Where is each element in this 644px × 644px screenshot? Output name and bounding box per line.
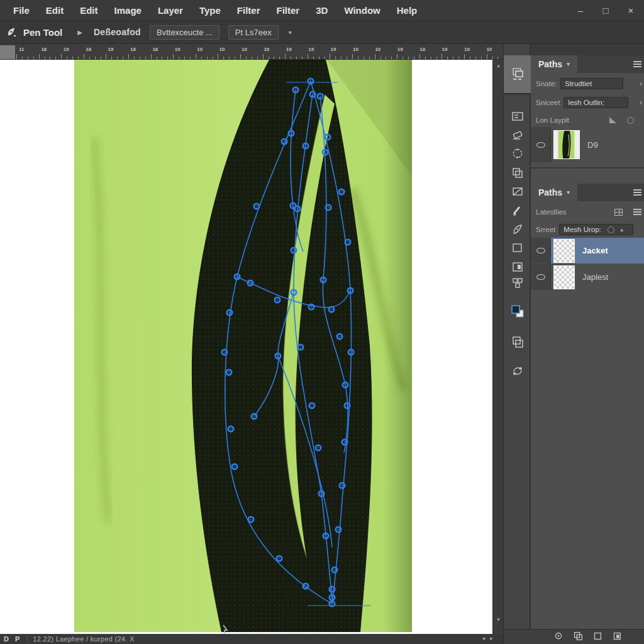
flyout-arrow-icon[interactable]: ▶ — [77, 29, 82, 36]
move-copy-tool[interactable] — [504, 55, 531, 94]
color-swatches[interactable] — [504, 296, 531, 327]
paths2-mesh-row: Srreet Mesh Urop: ▲ — [531, 221, 644, 238]
panel-menu-icon[interactable] — [633, 61, 641, 67]
menu-item-edit-1[interactable]: Edit — [38, 5, 72, 16]
ruler-number: 10 — [375, 47, 380, 52]
lasso-tool[interactable] — [504, 145, 531, 163]
layer-row-d9[interactable]: D9 — [531, 127, 644, 162]
rotate-view-tool[interactable] — [504, 362, 531, 379]
horizontal-ruler: 1118191819181810101010191919191010191819… — [0, 44, 503, 60]
shape-tool[interactable] — [504, 240, 531, 257]
new-path-icon[interactable] — [592, 630, 603, 644]
ruler-number: 19 — [308, 47, 314, 52]
photoshop-window: FileEditEditImageLayerTypeFilterFilter3D… — [0, 0, 644, 644]
paths1-row-2: Sniceet lesh Outlin: › — [531, 94, 644, 111]
layer-row-jacket[interactable]: Jacket — [531, 238, 644, 264]
mesh-dropdown[interactable]: Mesh Urop: ▲ — [559, 224, 633, 235]
fill-path-icon[interactable] — [553, 630, 564, 644]
layer-thumbnail[interactable] — [553, 130, 580, 159]
panel-bottom-bar — [531, 629, 644, 644]
scroll-down-icon[interactable]: ▼ — [493, 617, 504, 623]
minimize-icon[interactable]: – — [575, 5, 586, 16]
paths-panel-2-header: Paths▾ — [531, 184, 644, 201]
menu-item-layer-4[interactable]: Layer — [150, 5, 191, 16]
visibility-eye-icon[interactable] — [536, 142, 545, 148]
ramp-icon[interactable] — [609, 117, 616, 123]
panel-menu-icon[interactable] — [633, 189, 641, 196]
canvas-image[interactable] — [0, 60, 492, 634]
visibility-eye-icon[interactable] — [536, 274, 545, 280]
menu-item-3d-8[interactable]: 3D — [308, 5, 336, 16]
tab-paths-2[interactable]: Paths▾ — [531, 184, 577, 201]
menu-item-file-0[interactable]: File — [5, 5, 38, 16]
ruler-number: 19 — [286, 47, 292, 52]
layer-label: Jacket — [582, 246, 608, 255]
ruler-number: 10 — [197, 47, 203, 52]
row-menu-icon[interactable] — [633, 209, 641, 215]
crop-tool[interactable] — [504, 164, 531, 182]
eye-column[interactable] — [531, 264, 551, 290]
visibility-eye-icon[interactable] — [536, 248, 545, 253]
brush-tool[interactable] — [504, 202, 531, 219]
layer-thumbnail[interactable] — [553, 265, 575, 289]
status-divider — [27, 635, 28, 643]
vertical-scrollbar[interactable]: ▲ ▼ — [492, 60, 503, 634]
ruler-number: 18 — [86, 47, 91, 52]
mask-tool-icon — [511, 260, 525, 274]
menu-items: FileEditEditImageLayerTypeFilterFilter3D… — [0, 5, 425, 16]
ink-pen-tool[interactable] — [504, 221, 531, 238]
layer-row-japlest[interactable]: Japlest — [531, 264, 644, 290]
layer-thumbnail[interactable] — [553, 239, 575, 263]
panel-top-strip — [531, 44, 644, 55]
tab-paths-1[interactable]: Paths▾ — [531, 55, 577, 73]
delete-path-icon[interactable] — [611, 630, 623, 644]
menu-item-image-3[interactable]: Image — [106, 5, 150, 16]
row-label: Sniceet — [536, 99, 560, 106]
dropdown-caret-icon[interactable]: ▾ — [289, 29, 292, 36]
ruler-number: 19 — [331, 47, 336, 52]
status-bar: D P 12.22) Laephee / kurped (24. X ▸▸ — [0, 634, 503, 644]
document-canvas[interactable] — [0, 60, 492, 634]
mask-tool[interactable] — [504, 258, 531, 276]
layer-label: Japlest — [582, 272, 608, 282]
circle-icon[interactable] — [627, 117, 634, 124]
stroke-path-icon[interactable] — [572, 630, 584, 644]
swatch-group-tool-icon — [511, 276, 525, 290]
menu-item-window-9[interactable]: Window — [336, 5, 388, 16]
ruler-number: 18 — [41, 47, 47, 52]
close-icon[interactable]: × — [625, 5, 636, 16]
row-value-field[interactable]: Strudtiet — [560, 78, 623, 89]
duplicate-tool[interactable] — [504, 333, 531, 351]
color-swatches-icon — [511, 304, 525, 318]
caret-up-icon[interactable]: ▲ — [619, 227, 625, 233]
brush-tool-icon — [511, 204, 525, 218]
menu-item-filter-6[interactable]: Filter — [229, 5, 269, 16]
menu-item-edit-2[interactable]: Edit — [72, 5, 106, 16]
row-value-field[interactable]: lesh Outlin: — [564, 97, 628, 108]
menu-item-help-10[interactable]: Help — [389, 5, 426, 16]
menu-item-type-5[interactable]: Type — [191, 5, 229, 16]
chevron-icon[interactable]: › — [640, 79, 642, 88]
paths2-subtitle-row: Latestlies — [531, 204, 644, 220]
grid-icon[interactable] — [614, 209, 623, 216]
ruler-number: 10 — [242, 47, 247, 52]
maximize-icon[interactable]: □ — [600, 5, 611, 16]
swatch-group-tool[interactable] — [504, 274, 531, 292]
eraser-tool[interactable] — [504, 126, 531, 144]
ruler-number: 18 — [152, 47, 158, 52]
chevron-icon[interactable]: › — [640, 98, 642, 107]
caret-down-icon: ▾ — [567, 189, 570, 196]
eye-column[interactable] — [531, 127, 551, 162]
scroll-right-icons[interactable]: ▸▸ — [483, 635, 497, 641]
right-panel: Paths▾ Snate: Strudtiet › Sniceet lesh O… — [531, 44, 644, 644]
artboard-tool[interactable] — [504, 183, 531, 201]
menu-bar: FileEditEditImageLayerTypeFilterFilter3D… — [0, 0, 644, 21]
shape-tool-icon — [511, 242, 525, 255]
eye-column[interactable] — [531, 238, 551, 264]
status-zoom-text: 12.22) Laephee / kurped (24. X — [33, 635, 134, 643]
scroll-up-icon[interactable]: ▲ — [493, 63, 504, 69]
panel-list-tool[interactable] — [504, 108, 531, 125]
tool-option-dropdown-2[interactable]: Pt Ls7eex — [228, 25, 279, 40]
menu-item-filter-7[interactable]: Filter — [269, 5, 308, 16]
tool-option-dropdown-1[interactable]: Bvttexceucte ... — [150, 25, 219, 40]
